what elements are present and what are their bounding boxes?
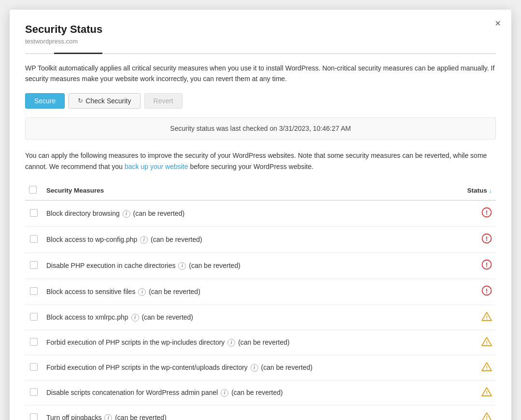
warn-icon: ! [481,314,492,323]
info-icon[interactable]: i [140,236,148,244]
svg-text:!: ! [486,315,488,321]
row-measure-label: Block access to sensitive files i (can b… [42,279,463,305]
row-checkbox[interactable] [30,413,38,420]
svg-text:!: ! [486,365,488,371]
dialog-title: Security Status [25,23,496,36]
row-checkbox-cell [25,226,42,252]
refresh-icon: ↻ [78,97,83,104]
row-status-icon: ! [463,380,496,405]
row-status-icon: ! [463,330,496,355]
row-status-icon: ! [463,279,496,305]
info-icon[interactable]: i [131,314,139,322]
secure-button[interactable]: Secure [25,93,65,109]
svg-text:!: ! [486,209,488,216]
row-checkbox-cell [25,330,42,355]
svg-text:!: ! [486,390,488,396]
info-icon[interactable]: i [138,288,146,296]
row-measure-label: Disable PHP execution in cache directori… [42,252,463,279]
row-measure-label: Block directory browsing i (can be rever… [42,200,463,227]
row-checkbox-cell [25,380,42,405]
apply-description: You can apply the following measures to … [25,150,496,172]
tab-active-indicator [54,53,102,54]
table-row: Disable PHP execution in cache directori… [25,252,496,279]
revert-button[interactable]: Revert [144,93,183,109]
row-status-icon: ! [463,405,496,420]
row-checkbox[interactable] [30,235,38,243]
info-icon[interactable]: i [221,389,228,397]
intro-description: WP Toolkit automatically applies all cri… [25,63,496,84]
svg-text:!: ! [486,340,488,346]
info-icon[interactable]: i [178,262,186,270]
col-header-status: Status ↓ [463,182,496,200]
info-icon[interactable]: i [123,210,130,218]
close-button[interactable]: × [495,18,501,28]
security-status-dialog: × Security Status testwordpress.com WP T… [10,10,511,420]
security-measures-table: Security Measures Status ↓ Block directo… [25,182,496,420]
select-all-checkbox[interactable] [29,186,37,194]
warn-icon: ! [481,364,492,373]
row-checkbox-cell [25,279,42,305]
table-row: Block access to xmlrpc.php i (can be rev… [25,305,496,330]
svg-text:!: ! [486,287,488,294]
check-security-button[interactable]: ↻ Check Security [69,93,140,109]
dialog-subtitle: testwordpress.com [25,38,496,45]
table-row: Forbid execution of PHP scripts in the w… [25,330,496,355]
row-measure-label: Disable scripts concatenation for WordPr… [42,380,463,405]
svg-text:!: ! [486,415,488,420]
warn-icon: ! [481,339,492,348]
row-checkbox-cell [25,405,42,420]
row-checkbox-cell [25,305,42,330]
row-measure-label: Forbid execution of PHP scripts in the w… [42,330,463,355]
warn-icon: ! [481,389,492,398]
row-status-icon: ! [463,200,496,227]
table-row: Block directory browsing i (can be rever… [25,200,496,227]
row-checkbox[interactable] [30,313,38,321]
row-status-icon: ! [463,355,496,380]
row-checkbox-cell [25,355,42,380]
row-checkbox[interactable] [30,338,38,346]
table-row: Turn off pingbacks i (can be reverted) ! [25,405,496,420]
row-status-icon: ! [463,252,496,279]
row-measure-label: Block access to wp-config.php i (can be … [42,226,463,252]
error-icon: ! [481,210,492,220]
table-row: Disable scripts concatenation for WordPr… [25,380,496,405]
row-measure-label: Forbid execution of PHP scripts in the w… [42,355,463,380]
row-measure-label: Turn off pingbacks i (can be reverted) [42,405,463,420]
info-icon[interactable]: i [104,414,112,420]
info-icon[interactable]: i [227,339,235,347]
row-checkbox[interactable] [30,209,38,217]
row-checkbox[interactable] [30,287,38,295]
error-icon: ! [481,236,492,246]
sort-arrow-icon[interactable]: ↓ [489,187,493,194]
table-row: Block access to wp-config.php i (can be … [25,226,496,252]
tab-bar [25,52,496,54]
select-all-header [25,182,42,200]
action-buttons: Secure ↻ Check Security Revert [25,93,496,109]
backup-link[interactable]: back up your website [125,163,188,170]
warn-icon: ! [481,414,492,420]
row-checkbox[interactable] [30,261,38,269]
row-measure-label: Block access to xmlrpc.php i (can be rev… [42,305,463,330]
row-checkbox-cell [25,252,42,279]
row-status-icon: ! [463,226,496,252]
row-checkbox[interactable] [30,363,38,371]
error-icon: ! [481,288,492,298]
table-row: Block access to sensitive files i (can b… [25,279,496,305]
last-checked-status: Security status was last checked on 3/31… [25,117,496,140]
error-icon: ! [481,262,492,272]
table-row: Forbid execution of PHP scripts in the w… [25,355,496,380]
col-header-measures: Security Measures [42,182,463,200]
row-checkbox[interactable] [30,388,38,396]
svg-text:!: ! [486,235,488,242]
info-icon[interactable]: i [251,364,258,372]
row-status-icon: ! [463,305,496,330]
row-checkbox-cell [25,200,42,227]
svg-text:!: ! [486,261,488,268]
